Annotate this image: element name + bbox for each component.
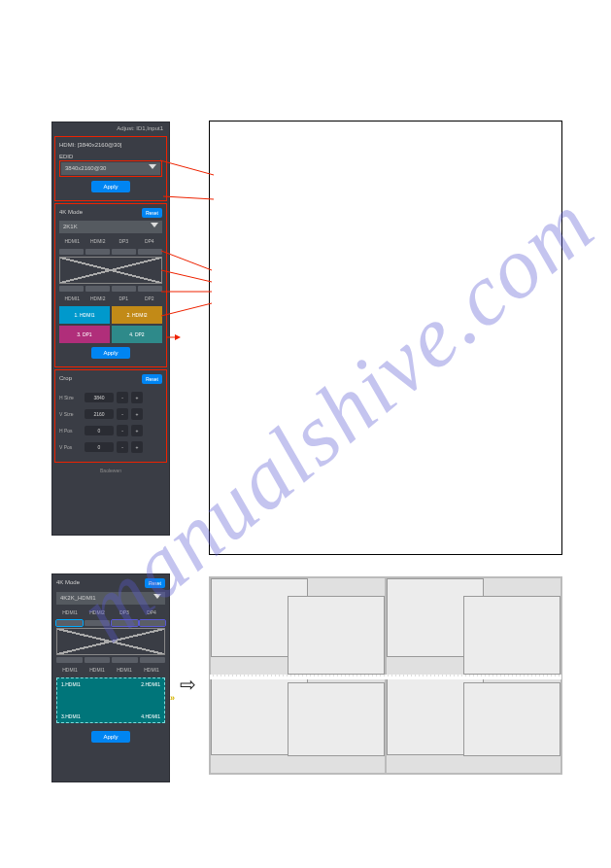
diagram-q3	[210, 676, 386, 774]
source-combined-button[interactable]: 1.HDMI1 2.HDMI1 3.HDMI1 4.HDMI1	[56, 677, 165, 723]
port-label: DP2	[137, 294, 163, 304]
panel-header: Adjust: ID1,Input1	[52, 122, 169, 134]
description-box	[209, 121, 562, 555]
plus-button[interactable]: +	[131, 425, 143, 436]
crop-value[interactable]: 3840	[85, 393, 114, 402]
mode-title: 4K Mode	[56, 578, 80, 586]
source-grid: 1. HDMI1 2. HDMI2 3. DP1 4. DP2	[59, 306, 162, 343]
arrow-right-icon: ⇨	[180, 673, 196, 696]
q2: 2.HDMI1	[141, 681, 160, 687]
cross-routing	[59, 257, 162, 284]
port-label: DP3	[111, 608, 138, 618]
ports-top: HDMI1 HDMI2 DP3 DP4	[56, 608, 165, 618]
edid-value: 3840x2160@30	[65, 165, 106, 171]
tiling-diagram	[209, 576, 562, 775]
port-label: HDMI2	[84, 608, 111, 618]
port-label: HDMI1	[56, 665, 84, 676]
mode-section: 4K Mode Reset 2K1K HDMI1 HDMI2 DP3 DP4 H…	[54, 203, 167, 367]
crop-value[interactable]: 0	[85, 426, 114, 435]
apply-button[interactable]: Apply	[91, 731, 130, 743]
crop-vsize-row: V Size 2160 - +	[59, 408, 162, 420]
source-dp1-button[interactable]: 3. DP1	[59, 326, 110, 343]
connectors-bot	[59, 286, 162, 292]
port-label: HDMI1	[138, 665, 165, 676]
diagram-q1	[210, 577, 386, 676]
edid-dropdown[interactable]: 3840x2160@30	[61, 162, 160, 175]
plus-button[interactable]: +	[131, 392, 143, 403]
crop-label: V Pos	[59, 444, 85, 450]
plus-button[interactable]: +	[131, 408, 143, 420]
port-label: HDMI1	[59, 294, 85, 304]
svg-marker-7	[175, 334, 181, 340]
edid-select-outline: 3840x2160@30	[59, 160, 162, 177]
port-label: DP1	[111, 294, 137, 304]
tear-line	[210, 676, 561, 679]
minus-button[interactable]: -	[117, 392, 128, 403]
minus-button[interactable]: -	[117, 425, 128, 436]
hdmi-section: HDMI: [3840x2160@30] EDID 3840x2160@30 A…	[54, 136, 167, 201]
minus-button[interactable]: -	[117, 441, 128, 453]
reset-button[interactable]: Reset	[142, 374, 162, 384]
port-label: DP4	[138, 608, 165, 618]
source-dp2-button[interactable]: 4. DP2	[112, 326, 162, 343]
reset-button[interactable]: Reset	[142, 208, 162, 218]
port-label: HDMI1	[84, 665, 111, 676]
crop-value[interactable]: 2160	[85, 409, 114, 419]
crop-label: H Size	[59, 395, 85, 400]
apply-button[interactable]: Apply	[91, 181, 130, 192]
port-label: HDMI2	[85, 294, 112, 304]
minus-button[interactable]: -	[117, 408, 128, 420]
connectors-top	[56, 620, 165, 626]
crop-vpos-row: V Pos 0 - +	[59, 441, 162, 453]
ports-bottom: HDMI1 HDMI2 DP1 DP2	[59, 294, 162, 304]
port-label: HDMI2	[85, 236, 112, 247]
chevron-right-icon: »	[170, 693, 175, 703]
ports-top: HDMI1 HDMI2 DP3 DP4	[59, 236, 162, 247]
crop-label: V Size	[59, 411, 85, 417]
connectors-top	[59, 249, 162, 255]
chevron-down-icon	[153, 594, 161, 599]
source-hdmi2-button[interactable]: 2. HDMI2	[112, 306, 162, 324]
q4: 4.HDMI1	[141, 713, 160, 719]
mode-value: 2K1K	[63, 224, 78, 229]
mode-dropdown[interactable]: 2K1K	[59, 221, 162, 233]
chevron-down-icon	[151, 223, 158, 227]
diagram-q2	[386, 577, 561, 676]
port-label: HDMI1	[56, 608, 84, 618]
port-label: HDMI1	[59, 236, 85, 247]
mode-title: 4K Mode	[59, 208, 83, 216]
diagram-q4	[386, 676, 561, 774]
port-label: HDMI1	[111, 665, 138, 676]
q3: 3.HDMI1	[61, 713, 81, 719]
connectors-bot	[56, 657, 165, 663]
reset-button[interactable]: Reset	[145, 578, 165, 588]
apply-button[interactable]: Apply	[91, 347, 130, 359]
crop-value[interactable]: 0	[85, 442, 114, 452]
svg-line-1	[163, 196, 214, 199]
source-grid: 1.HDMI1 2.HDMI1 3.HDMI1 4.HDMI1	[56, 677, 165, 723]
hdmi-info: HDMI: [3840x2160@30]	[59, 141, 162, 149]
crop-hsize-row: H Size 3840 - +	[59, 392, 162, 403]
plus-button[interactable]: +	[131, 441, 143, 453]
adjust-panel: Adjust: ID1,Input1 HDMI: [3840x2160@30] …	[51, 122, 170, 536]
panel-footer: Baolewen	[52, 465, 169, 476]
source-hdmi1-button[interactable]: 1. HDMI1	[59, 306, 110, 324]
q1: 1.HDMI1	[61, 681, 81, 687]
mode-dropdown[interactable]: 4K2K_HDMI1	[56, 592, 165, 605]
crop-section: Crop Reset H Size 3840 - + V Size 2160 -…	[54, 369, 167, 463]
ports-bottom: HDMI1 HDMI1 HDMI1 HDMI1	[56, 665, 165, 676]
edid-label: EDID	[59, 153, 162, 160]
port-label: DP4	[137, 236, 163, 247]
port-label: DP3	[111, 236, 137, 247]
cross-routing	[56, 628, 165, 655]
crop-hpos-row: H Pos 0 - +	[59, 425, 162, 436]
mode-value: 4K2K_HDMI1	[60, 595, 96, 601]
mode-panel-b: 4K Mode Reset 4K2K_HDMI1 HDMI1 HDMI2 DP3…	[51, 573, 170, 782]
crop-label: H Pos	[59, 428, 85, 434]
crop-title: Crop	[59, 374, 72, 382]
chevron-down-icon	[149, 164, 156, 169]
